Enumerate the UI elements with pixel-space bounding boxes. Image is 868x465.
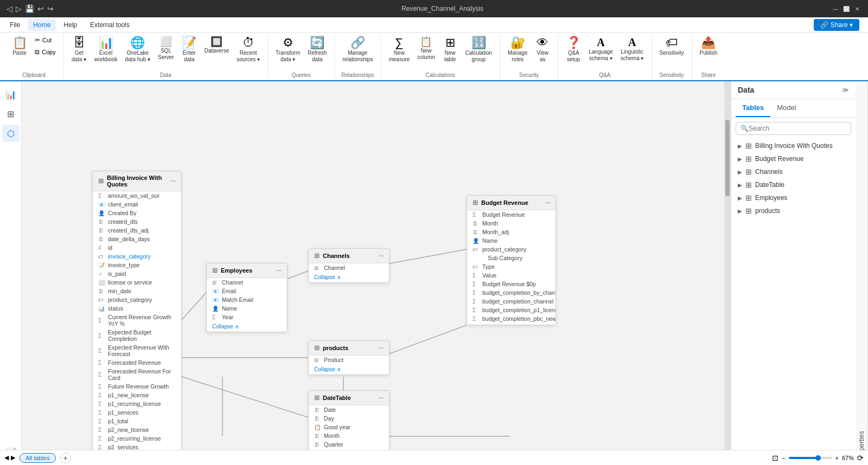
products-more-icon[interactable]: ··· [379,345,384,351]
ribbon-linguistic[interactable]: A Linguisticschema ▾ [617,35,647,64]
list-item-budget[interactable]: ▶ ⊞ Budget Revenue [731,152,856,165]
field-billing-19: ΣForecasted Revenue For Card [93,367,181,382]
field-billing-7: #id [93,243,181,252]
zoom-slider[interactable] [789,457,832,459]
list-item-datatable[interactable]: ▶ ⊞ DateTable [731,178,856,191]
undo-icon[interactable]: ↩ [37,4,44,13]
ribbon-refresh[interactable]: 🔄 Refreshdata [304,35,330,65]
maximize-icon[interactable]: ⬜ [842,4,851,13]
canvas-scrollbar-v[interactable] [724,81,731,465]
expand-panel-icon[interactable]: ≫ [842,86,849,94]
table-products[interactable]: ⊞ products ··· ⊞Product Collapse ∧ [308,340,390,375]
ribbon-sensitivity[interactable]: 🏷 Sensitivity [656,35,687,59]
zoom-out-icon[interactable]: − [782,455,785,461]
redo-icon[interactable]: ↪ [47,4,54,13]
field-dt-3: 📋Good year [309,423,389,431]
ribbon-sql[interactable]: ⬜ SQLServer [155,35,177,63]
share-button[interactable]: 🔗 Share ▾ [814,19,859,31]
search-box[interactable]: 🔍 [736,122,851,135]
ribbon-dataverse[interactable]: 🔲 Dataverse [201,35,233,56]
table-billing[interactable]: ⊞ Billing Invoice With Quotes ··· Σamoun… [92,171,182,465]
ribbon-publish[interactable]: 📤 Publish [697,35,721,59]
ribbon-cut[interactable]: ✂ Cut [31,35,59,46]
ribbon-new-column[interactable]: 📋 Newcolumn [414,35,438,63]
ribbon-new-table[interactable]: ⊞ Newtable [439,35,461,65]
datatable-more-icon[interactable]: ··· [379,395,384,401]
field-dt-4: 🗓Month [309,431,389,440]
budget-more-icon[interactable]: ··· [545,199,550,206]
ribbon-recent-sources[interactable]: ⏱ Recentsources ▾ [233,35,263,65]
svg-line-2 [379,249,467,266]
ribbon-new-measure[interactable]: ∑ Newmeasure [385,35,413,65]
table-employees[interactable]: ⊞ Employees ··· ⊞Channel 📧Email 📧Match E… [206,263,288,332]
field-br-3: 🗓Month_adj [467,228,556,236]
field-billing-11: ⬜license or service [93,278,181,287]
ribbon-enter-data[interactable]: 📝 Enterdata [178,35,200,65]
list-item-channels[interactable]: ▶ ⊞ Channels [731,165,856,178]
channels-more-icon[interactable]: ··· [379,253,384,259]
table-channels[interactable]: ⊞ Channels ··· ⊞Channel Collapse ∧ [308,248,390,283]
ribbon-paste[interactable]: 📋 Paste [9,35,30,59]
table-budget-revenue[interactable]: ⊞ Budget Revenue ··· ΣBudget Revenue 🗓Mo… [467,195,556,325]
nav-arrows[interactable]: ◀ ▶ [4,454,15,461]
fit-icon[interactable]: ⊡ [772,454,778,462]
ribbon-transform[interactable]: ⚙ Transformdata ▾ [272,35,303,65]
menu-home[interactable]: Home [28,19,56,31]
back-icon[interactable]: ◁ [7,4,12,13]
diagram-canvas[interactable]: ⊞ Billing Invoice With Quotes ··· Σamoun… [22,81,731,465]
field-emp-2: 📧Email [207,287,287,295]
window-controls[interactable]: — ⬜ ✕ [831,4,861,13]
list-item-billing[interactable]: ▶ ⊞ Billing Invoice With Quotes [731,139,856,152]
ribbon-group-queries: ⚙ Transformdata ▾ 🔄 Refreshdata Queries [268,35,335,80]
field-br-11: Σbudget_completion_channel [467,297,556,306]
forward-icon[interactable]: ▷ [16,4,22,13]
field-billing-6: 🗓date_delta_days [93,235,181,243]
menu-file[interactable]: File [4,19,25,31]
field-br-12: Σbudget_completion_p1_licences_new [467,306,556,314]
titlebar-left[interactable]: ◁ ▷ 💾 ↩ ↪ [7,4,54,13]
save-icon[interactable]: 💾 [25,4,34,13]
reset-zoom-icon[interactable]: ⟳ [857,454,864,462]
ribbon-copy[interactable]: ⧉ Copy [31,47,59,57]
search-input[interactable] [749,125,846,132]
ribbon-manage-rel[interactable]: 🔗 Managerelationships [339,35,376,65]
ribbon-group-data: 🗄 Getdata ▾ 📊 Excelworkbook 🌐 OneLakedat… [64,35,268,80]
properties-sidebar[interactable]: Properties [856,81,868,465]
menu-external-tools[interactable]: External tools [85,19,135,31]
field-br-4: 👤Name [467,236,556,245]
menu-bar: File Home Help External tools 🔗 Share ▾ [0,17,868,33]
field-br-6: Sub Category [467,254,556,262]
close-icon[interactable]: ✕ [853,4,861,13]
ribbon-excel[interactable]: 📊 Excelworkbook [91,35,121,65]
channels-collapse[interactable]: Collapse ∧ [309,272,389,282]
menu-help[interactable]: Help [58,19,82,31]
list-item-employees[interactable]: ▶ ⊞ Employees [731,191,856,204]
minimize-icon[interactable]: — [831,4,840,13]
tab-tables[interactable]: Tables [736,99,770,117]
billing-more-icon[interactable]: ··· [171,178,176,184]
tab-model[interactable]: Model [770,99,802,117]
products-collapse[interactable]: Collapse ∧ [309,364,389,374]
list-item-products[interactable]: ▶ ⊞ products [731,204,856,217]
prev-tab-icon[interactable]: ◀ [4,454,9,461]
budget-collapse[interactable]: Collapse ∧ [467,323,556,325]
list-item-billing-label: Billing Invoice With Quotes [755,142,833,150]
all-tables-tab[interactable]: All tables [20,453,56,463]
add-tab-button[interactable]: + [60,453,71,463]
employees-more-icon[interactable]: ··· [277,267,282,274]
ribbon-qa-setup[interactable]: ❓ Q&Asetup [563,35,584,65]
ribbon-get-data[interactable]: 🗄 Getdata ▾ [68,35,90,65]
data-panel: Data ≫ Tables Model 🔍 ▶ ⊞ Billing Invoic… [731,81,856,465]
data-view-icon[interactable]: ⊞ [2,105,20,122]
report-view-icon[interactable]: 📊 [2,86,20,103]
ribbon-language-schema[interactable]: A Languageschema ▾ [585,35,616,64]
ribbon-view-as[interactable]: 👁 Viewas [532,35,553,65]
ribbon-manage-roles[interactable]: 🔐 Manageroles [505,35,531,65]
ribbon-calc-group[interactable]: 🔢 Calculationgroup [462,35,495,65]
field-billing-14: 📊status [93,304,181,313]
model-view-icon[interactable]: ⬡ [2,125,20,142]
ribbon-onelake[interactable]: 🌐 OneLakedata hub ▾ [122,35,154,65]
zoom-in-icon[interactable]: + [835,455,839,461]
next-tab-icon[interactable]: ▶ [11,454,15,461]
employees-collapse[interactable]: Collapse ∧ [207,321,287,332]
